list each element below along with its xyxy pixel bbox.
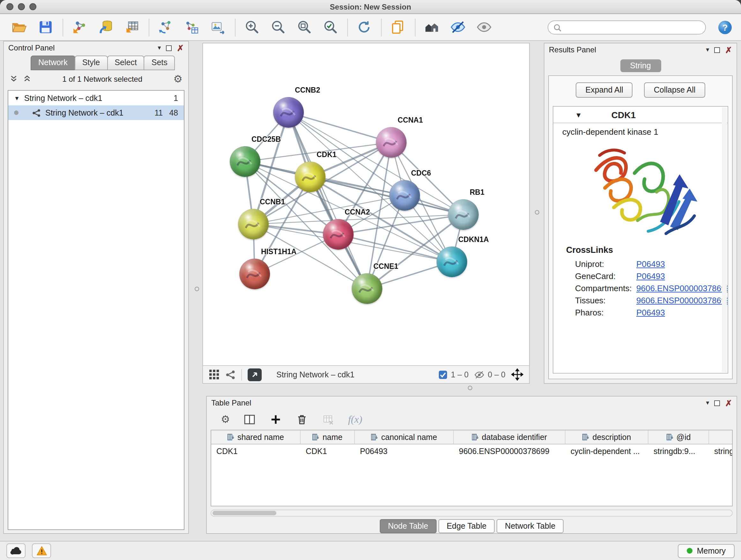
import-network-from-database-button[interactable] [95, 17, 116, 37]
tab-network[interactable]: Network [30, 56, 75, 70]
network-canvas[interactable]: CCNB2CCNA1CDC25BCDK1CDC6RB1CCNB1CCNA2CDK… [203, 44, 529, 365]
export-image-button[interactable] [207, 17, 228, 37]
close-panel-icon[interactable]: ✗ [725, 46, 732, 54]
column-header-description[interactable]: description [565, 430, 649, 444]
warnings-button[interactable] [32, 543, 51, 558]
save-session-button[interactable] [35, 17, 56, 37]
new-network-from-selection-button[interactable] [181, 17, 202, 37]
save-icon [37, 19, 53, 35]
expand-all-chevrons-icon[interactable] [10, 75, 18, 83]
tab-sets[interactable]: Sets [144, 56, 175, 70]
network-node-ccnb1[interactable] [238, 209, 269, 240]
left-splitter-handle[interactable] [195, 287, 199, 291]
expand-all-button[interactable]: Expand All [576, 82, 633, 98]
first-neighbors-button[interactable] [421, 17, 442, 37]
tab-node-table[interactable]: Node Table [380, 519, 436, 533]
column-header-name[interactable]: name [300, 430, 355, 444]
delete-trash-icon[interactable] [296, 413, 309, 426]
network-node-hist1h1a[interactable] [239, 259, 270, 289]
zoom-fit-button[interactable] [293, 17, 314, 37]
table-settings-gear-icon[interactable]: ⚙ [221, 415, 230, 425]
table-panel: Table Panel ▾ ✗ ⚙ f(x) shared namenameca… [206, 396, 737, 534]
share-view-icon[interactable] [225, 369, 235, 380]
toolbar-separator [381, 18, 382, 36]
float-panel-icon[interactable] [714, 400, 720, 406]
float-panel-icon[interactable] [714, 47, 720, 53]
network-node-cdk1[interactable] [295, 162, 326, 192]
network-row[interactable]: String Network – cdk1 11 48 [8, 105, 184, 120]
tab-style[interactable]: Style [75, 56, 108, 70]
network-node-cdkn1a[interactable] [436, 246, 467, 277]
import-table-button[interactable] [121, 17, 142, 37]
network-node-cdc25b[interactable] [230, 146, 260, 177]
show-all-button[interactable] [474, 17, 494, 37]
open-in-window-button[interactable] [248, 368, 262, 381]
table-cell: P06493 [355, 444, 454, 458]
network-node-cdc6[interactable] [389, 180, 420, 211]
search-input[interactable] [565, 23, 700, 32]
network-collection-row[interactable]: ▼ String Network – cdk1 1 [8, 91, 184, 105]
crosslink-link[interactable]: P06493 [636, 308, 665, 317]
zoom-in-button[interactable] [241, 17, 262, 37]
collapse-all-button[interactable]: Collapse All [644, 82, 705, 98]
network-node-ccna2[interactable] [323, 219, 354, 250]
collapse-panel-icon[interactable]: ▾ [706, 47, 709, 53]
collapse-section-triangle-icon[interactable]: ▼ [575, 111, 582, 118]
show-columns-icon[interactable] [244, 413, 256, 426]
column-header-shared-name[interactable]: shared name [211, 430, 300, 444]
network-node-rb1[interactable] [448, 199, 479, 230]
tab-string[interactable]: String [620, 59, 661, 72]
column-header-database-identifier[interactable]: database identifier [454, 430, 565, 444]
network-node-label: CDKN1A [458, 236, 489, 243]
column-header-namespace[interactable]: namespace [709, 430, 733, 444]
float-panel-icon[interactable] [166, 45, 172, 51]
grid-view-icon[interactable] [209, 369, 219, 380]
apply-layout-button[interactable] [354, 17, 374, 37]
bottom-splitter-handle[interactable] [468, 386, 472, 390]
memory-button[interactable]: Memory [678, 544, 735, 558]
column-header-canonical-name[interactable]: canonical name [355, 430, 454, 444]
help-button[interactable]: ? [718, 20, 733, 35]
collection-count: 1 [174, 94, 178, 103]
new-network-button[interactable] [155, 17, 176, 37]
crosslink-link[interactable]: P06493 [636, 271, 665, 281]
network-view-toolbar: String Network – cdk1 1 – 0 0 – 0 [203, 365, 529, 383]
crosslink-link[interactable]: 9606.ENSP00000378699 [636, 284, 728, 293]
crosslink-link[interactable]: 9606.ENSP00000378699 [636, 296, 728, 305]
network-node-ccne1[interactable] [352, 273, 382, 304]
close-panel-icon[interactable]: ✗ [177, 44, 184, 52]
open-folder-icon [11, 19, 27, 35]
crosslink-link[interactable]: P06493 [636, 259, 665, 269]
tree-expand-triangle-icon[interactable]: ▼ [14, 95, 20, 101]
table-toolbar: ⚙ f(x) [207, 409, 737, 430]
tab-network-table[interactable]: Network Table [496, 519, 563, 533]
protein-cartoon-icon [323, 219, 354, 250]
zoom-selected-button[interactable] [320, 17, 340, 37]
search-box[interactable] [548, 20, 706, 35]
collapse-panel-icon[interactable]: ▾ [158, 45, 161, 51]
zoom-out-button[interactable] [267, 17, 288, 37]
network-node-ccna1[interactable] [376, 127, 407, 158]
zoom-out-icon [270, 19, 286, 35]
tab-edge-table[interactable]: Edge Table [439, 519, 495, 533]
network-node-ccnb2[interactable] [273, 97, 304, 128]
collapse-all-chevrons-icon[interactable] [23, 75, 31, 83]
hidden-eye-slash-icon[interactable] [474, 369, 484, 380]
open-session-button[interactable] [9, 17, 29, 37]
copy-button[interactable] [387, 17, 408, 37]
results-scrollbar-track[interactable] [722, 107, 727, 372]
pan-crosshair-icon[interactable] [511, 368, 523, 381]
table-row[interactable]: CDK1CDK1P064939606.ENSP00000378699cyclin… [211, 444, 733, 458]
import-network-from-file-button[interactable] [69, 17, 89, 37]
table-hscrollbar-thumb[interactable] [212, 511, 276, 515]
selected-checkbox-icon[interactable] [439, 370, 448, 379]
tab-select[interactable]: Select [107, 56, 145, 70]
add-column-plus-icon[interactable] [270, 413, 282, 426]
hide-selected-button[interactable] [448, 17, 468, 37]
right-splitter-handle[interactable] [535, 210, 539, 214]
close-panel-icon[interactable]: ✗ [725, 399, 732, 407]
cloud-button[interactable] [6, 543, 25, 558]
gear-icon[interactable]: ⚙ [173, 74, 183, 84]
column-header--id[interactable]: @id [649, 430, 709, 444]
collapse-panel-icon[interactable]: ▾ [706, 400, 709, 406]
